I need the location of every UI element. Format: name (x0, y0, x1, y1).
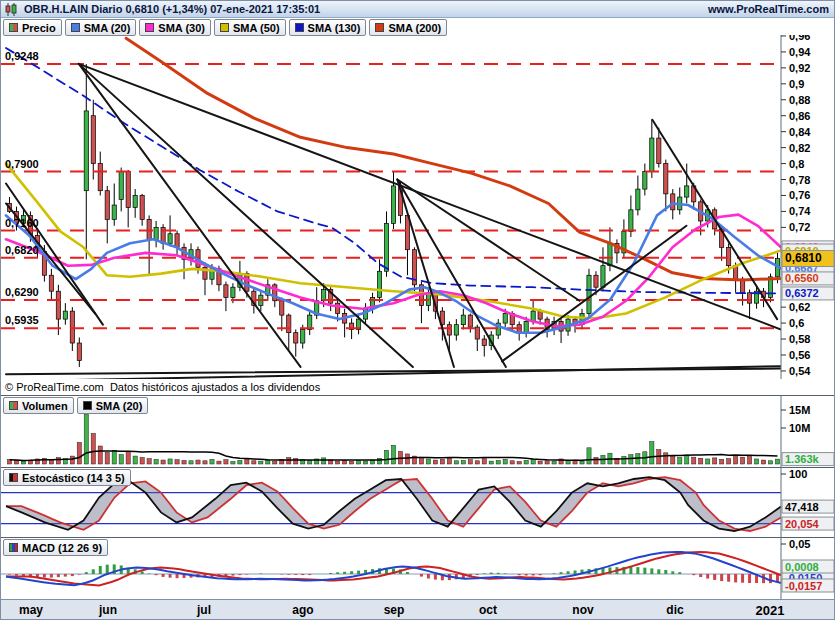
copyright-note: © ProRealTime.com Datos históricos ajust… (1, 380, 785, 395)
stoch-legend-label: Estocástico (14 3 5) (22, 472, 125, 484)
svg-text:0,84: 0,84 (789, 126, 811, 138)
volume-legend-swatch (9, 401, 18, 410)
macd-legend-swatch (9, 543, 18, 552)
svg-text:47,418: 47,418 (785, 501, 819, 513)
price-legend-swatch (71, 23, 80, 32)
price-legend-label: SMA (50) (233, 22, 280, 34)
svg-text:0,6820: 0,6820 (5, 244, 39, 256)
svg-text:0,86: 0,86 (789, 110, 810, 122)
price-legend-swatch (145, 23, 154, 32)
svg-text:0,88: 0,88 (789, 94, 810, 106)
price-plot-area (1, 38, 781, 379)
svg-text:0,74: 0,74 (789, 205, 811, 217)
price-legend-swatch (375, 23, 384, 32)
month-label-dic: dic (666, 603, 683, 617)
instrument-title: OBR.H.LAIN Diario 0,6810 (+1,34%) 07-ene… (24, 3, 320, 15)
price-legend-label: SMA (30) (158, 22, 205, 34)
month-label-jun: jun (99, 603, 117, 617)
svg-text:0,9248: 0,9248 (5, 50, 39, 62)
prorealtime-window: OBR.H.LAIN Diario 0,6810 (+1,34%) 07-ene… (0, 0, 835, 620)
candles (7, 64, 779, 367)
volume-legend-button-volumen[interactable]: Volumen (3, 397, 74, 414)
svg-text:0,76: 0,76 (789, 189, 810, 201)
svg-text:0,6560: 0,6560 (785, 272, 819, 284)
price-legend-swatch (9, 23, 18, 32)
macd-chart: 0,05-0,0150-0,01570,0008 (1, 537, 835, 599)
svg-text:0,82: 0,82 (789, 142, 810, 154)
svg-text:0,6: 0,6 (789, 317, 804, 329)
month-label-may: may (19, 603, 43, 617)
price-legend-label: SMA (200) (388, 22, 441, 34)
svg-text:0,6290: 0,6290 (5, 286, 39, 298)
price-chart: 0,92480,79000,71600,68200,62900,59350,96… (1, 35, 835, 379)
svg-text:0,58: 0,58 (789, 333, 810, 345)
price-legend-swatch (295, 23, 304, 32)
price-legend-button-sma-20[interactable]: SMA (20) (65, 19, 137, 36)
price-legend-button-precio[interactable]: Precio (3, 19, 62, 36)
price-legend-button-sma-30[interactable]: SMA (30) (139, 19, 211, 36)
svg-text:0,0008: 0,0008 (785, 561, 819, 573)
price-legend-row: PrecioSMA (20)SMA (30)SMA (50)SMA (130)S… (3, 19, 447, 35)
price-legend-label: SMA (130) (308, 22, 361, 34)
svg-text:20,054: 20,054 (785, 518, 820, 530)
title-bar: OBR.H.LAIN Diario 0,6810 (+1,34%) 07-ene… (1, 1, 834, 18)
svg-text:0,62: 0,62 (789, 301, 810, 313)
svg-text:10M: 10M (789, 422, 810, 434)
svg-text:0,54: 0,54 (789, 365, 811, 377)
volume-legend-label: Volumen (22, 400, 68, 412)
svg-text:1.363k: 1.363k (785, 453, 820, 465)
svg-text:0,6810: 0,6810 (785, 251, 822, 265)
svg-text:100: 100 (789, 468, 807, 480)
month-label-ago: ago (292, 603, 313, 617)
prorealtime-url[interactable]: www.ProRealTime.com (708, 3, 829, 15)
volume-legend-button-sma-20[interactable]: SMA (20) (77, 397, 149, 414)
price-legend-button-sma-50[interactable]: SMA (50) (214, 19, 286, 36)
svg-text:0,9: 0,9 (789, 78, 804, 90)
svg-text:0,8: 0,8 (789, 158, 804, 170)
sma-line-200 (126, 38, 781, 280)
svg-text:0,56: 0,56 (789, 349, 810, 361)
price-legend-swatch (220, 23, 229, 32)
price-legend-label: SMA (20) (84, 22, 131, 34)
svg-text:0,5935: 0,5935 (5, 314, 39, 326)
stoch-legend-button-estoc-stico-14-3-5[interactable]: Estocástico (14 3 5) (3, 469, 131, 486)
volume-legend-row: VolumenSMA (20) (3, 397, 148, 414)
svg-text:0,7160: 0,7160 (5, 217, 39, 229)
svg-text:0,78: 0,78 (789, 174, 810, 186)
stoch-legend-swatch (9, 473, 18, 482)
svg-text:0,72: 0,72 (789, 221, 810, 233)
price-legend-button-sma-200[interactable]: SMA (200) (369, 19, 447, 36)
svg-text:15M: 15M (789, 404, 810, 416)
candlestick-icon (4, 3, 18, 16)
macd-legend-row: MACD (12 26 9) (3, 539, 108, 556)
volume-legend-swatch (83, 401, 92, 410)
time-axis: mayjunjulagosepoctnovdic2021 (1, 599, 834, 620)
price-legend-label: Precio (22, 22, 56, 34)
svg-text:0,96: 0,96 (789, 35, 810, 42)
svg-text:0,92: 0,92 (789, 62, 810, 74)
svg-text:0,94: 0,94 (789, 46, 811, 58)
svg-text:-0,0157: -0,0157 (785, 580, 822, 592)
month-label-jul: jul (197, 603, 211, 617)
price-legend-button-sma-130[interactable]: SMA (130) (289, 19, 367, 36)
month-label-sep: sep (384, 603, 405, 617)
stochastic-legend-row: Estocástico (14 3 5) (3, 469, 131, 486)
horizontal-levels (1, 64, 781, 328)
macd-legend-label: MACD (12 26 9) (22, 542, 102, 554)
month-label-oct: oct (479, 603, 497, 617)
svg-text:0,6372: 0,6372 (785, 287, 819, 299)
month-label-nov: nov (572, 603, 593, 617)
year-label: 2021 (756, 603, 785, 618)
macd-legend-button-macd-12-26-9[interactable]: MACD (12 26 9) (3, 539, 108, 556)
svg-text:0,05: 0,05 (789, 538, 810, 550)
svg-text:0,7900: 0,7900 (5, 158, 39, 170)
volume-legend-label: SMA (20) (96, 400, 143, 412)
